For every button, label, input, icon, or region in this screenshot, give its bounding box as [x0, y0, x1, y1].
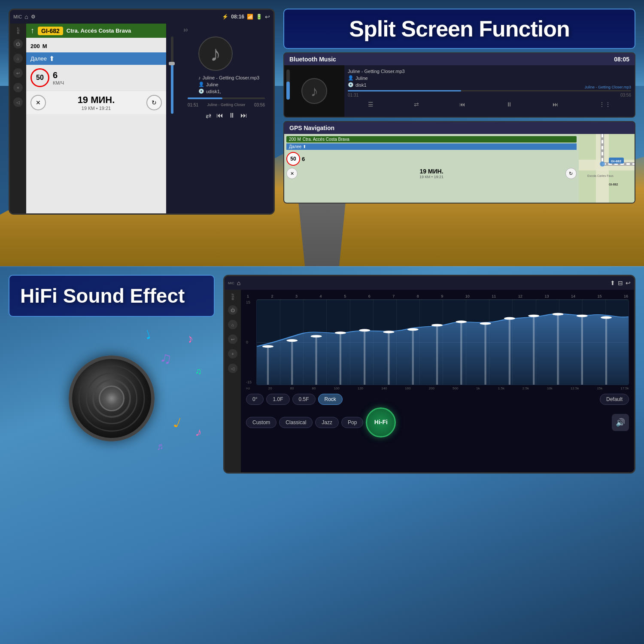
svg-point-26: [335, 331, 346, 334]
split-repeat-button[interactable]: ⇄: [414, 101, 419, 108]
music-controls: ⇄ ⏮ ⏸ ⏭: [183, 112, 269, 120]
svg-point-35: [552, 313, 563, 316]
eq-btn-1-0f[interactable]: 1.0F: [266, 394, 289, 405]
eq-band-14: 14: [571, 294, 575, 298]
eq-freq-15k: 15k: [597, 386, 602, 390]
split-cancel-button[interactable]: ✕: [286, 168, 298, 179]
cancel-route-button[interactable]: ✕: [30, 95, 46, 110]
volume-sidebar-icon[interactable]: ◁: [13, 97, 23, 107]
eq-btn-0-5f[interactable]: 0.5F: [292, 394, 316, 405]
bluetooth-time: 08:05: [614, 56, 629, 63]
eq-chart-area[interactable]: [256, 299, 629, 385]
eq-vol-sidebar-icon[interactable]: ◁: [228, 364, 237, 373]
back-sidebar-icon[interactable]: ↩: [13, 68, 23, 78]
music-progress-bar[interactable]: [188, 97, 265, 99]
power-icon[interactable]: ⏻: [13, 39, 23, 49]
top-section: MIC ⌂ ⚙ ⚡ 08:16 📶 🔋 ↩ RST ⏻ ⌂ ↩ + ◁: [9, 9, 635, 215]
eq-band-1: 1: [247, 294, 249, 298]
split-play-button[interactable]: ⏸: [506, 101, 512, 108]
split-bluetooth-content: ♪ Juline - Getting Closer.mp3 👤Juline 💿d…: [284, 65, 635, 117]
eq-btn-jazz[interactable]: Jazz: [315, 417, 339, 428]
eq-y-labels: 15 0 -15: [246, 299, 255, 385]
eq-freq-1-5k: 1.5k: [498, 386, 504, 390]
eq-btn-pop[interactable]: Pop: [341, 417, 363, 428]
eq-freq-12-5k: 12.5k: [571, 386, 579, 390]
nav-distance: 200 M: [26, 38, 166, 52]
eq-band-6: 6: [368, 294, 371, 298]
eq-volume-icon[interactable]: 🔊: [612, 414, 629, 431]
eq-back-icon[interactable]: ⬆: [610, 279, 615, 286]
split-screen-title-box: Split Screen Function: [283, 9, 635, 49]
prev-button[interactable]: ⏮: [216, 112, 223, 120]
speed-current: 6 КМ/Ч: [53, 70, 64, 85]
volume-slider[interactable]: [168, 36, 176, 114]
device-content: RST ⏻ ⌂ ↩ + ◁ ↑ GI-682 Ctra. Accés Costa…: [10, 24, 273, 213]
eq-btn-default[interactable]: Default: [600, 394, 629, 405]
nav-route-name: Ctra. Accés Costa Brava: [67, 27, 131, 34]
eq-add-sidebar-icon[interactable]: +: [228, 349, 237, 358]
eq-chart-wrapper: 15 0 -15: [246, 299, 629, 385]
split-nav-map: GI-682 Escola Carles Faus GI-682: [579, 134, 635, 203]
split-music-note-icon: ♪: [301, 78, 327, 104]
split-next-button[interactable]: ⏭: [553, 101, 559, 108]
eq-btn-custom[interactable]: Custom: [246, 417, 276, 428]
home-sidebar-icon[interactable]: ⌂: [13, 54, 23, 63]
eq-btn-rock[interactable]: Rock: [318, 394, 343, 405]
time-current: 01:51: [188, 103, 198, 107]
device-main-area: ↑ GI-682 Ctra. Accés Costa Brava 200 M Д…: [26, 24, 273, 213]
navigation-panel: ↑ GI-682 Ctra. Accés Costa Brava 200 M Д…: [26, 24, 166, 213]
eq-power-icon[interactable]: ⏻: [228, 305, 237, 315]
eq-band-10: 10: [465, 294, 470, 298]
split-bluetooth-item: Bluetooth Music 08:05 ♪ Juline - Getting…: [283, 52, 635, 118]
eq-freq-140: 140: [381, 386, 387, 390]
eq-chart: [256, 299, 629, 385]
eq-back-sidebar-icon[interactable]: ↩: [228, 334, 237, 344]
split-speed-circle: 50: [286, 152, 300, 166]
volume-slider-track: [171, 36, 173, 114]
right-section: Split Screen Function Bluetooth Music 08…: [283, 9, 635, 215]
eta-info: 19 МИН. 19 КМ • 19:21: [78, 94, 115, 111]
split-nav-distance: 200 M: [289, 137, 301, 142]
split-gps-header: GPS Navigation: [284, 122, 635, 134]
eq-home-icon[interactable]: ⌂: [237, 279, 240, 286]
eq-window-icon[interactable]: ⊟: [618, 279, 623, 286]
device-top-bar: MIC ⌂ ⚙ ⚡ 08:16 📶 🔋 ↩: [10, 10, 273, 24]
svg-point-36: [577, 315, 588, 317]
eq-home-sidebar-icon[interactable]: ⌂: [228, 320, 237, 329]
eq-gridline-bot: [257, 385, 629, 385]
back-icon[interactable]: ↩: [265, 13, 270, 20]
speed-unit: КМ/Ч: [53, 80, 64, 85]
split-prev-button[interactable]: ⏮: [459, 101, 465, 108]
volume-level: 10: [183, 28, 269, 32]
eq-close-icon[interactable]: ↩: [626, 279, 631, 286]
split-list-icon[interactable]: ☰: [368, 101, 374, 108]
eq-band-3: 3: [295, 294, 298, 298]
volume-slider-thumb: [169, 62, 175, 65]
split-speed-current: 6: [302, 156, 305, 162]
play-pause-button[interactable]: ⏸: [228, 112, 235, 120]
eq-buttons-row2: Custom Classical Jazz Pop Hi-Fi 🔊: [246, 407, 629, 437]
next-button[interactable]: ⏭: [240, 112, 247, 120]
rst-label: RST: [16, 27, 20, 34]
eq-main-area: 1 2 3 4 5 6 7 8 9 10 11 12 13 14 15 16: [241, 290, 634, 472]
home-icon[interactable]: ⌂: [24, 13, 28, 20]
route-options-button[interactable]: ↻: [146, 95, 162, 110]
eq-freq-80: 80: [312, 386, 316, 390]
bluetooth-icon[interactable]: ⚡: [222, 14, 228, 20]
svg-point-33: [504, 317, 515, 320]
add-sidebar-icon[interactable]: +: [13, 83, 23, 92]
eq-btn-0deg[interactable]: 0°: [246, 394, 264, 405]
nav-speed-area: 50 6 КМ/Ч: [26, 65, 166, 91]
split-menu-icon[interactable]: ⋮⋮: [599, 101, 611, 108]
bluetooth-title: Bluetooth Music: [289, 56, 336, 63]
split-screens-container: Bluetooth Music 08:05 ♪ Juline - Getting…: [283, 52, 635, 204]
music-track-info: ♪ Juline - Getting Closer.mp3 👤 Juline 💿…: [198, 75, 269, 94]
eq-btn-classical[interactable]: Classical: [279, 417, 313, 428]
hifi-title-box: HiFi Sound Effect: [9, 275, 215, 317]
eq-buttons-row1: 0° 1.0F 0.5F Rock Default: [246, 394, 629, 405]
time-display: 08:16: [231, 14, 244, 20]
repeat-button[interactable]: ⇄: [206, 112, 211, 120]
settings-icon[interactable]: ⚙: [31, 14, 36, 20]
split-route-options-button[interactable]: ↻: [565, 168, 577, 179]
volume-slider-fill: [171, 64, 173, 114]
